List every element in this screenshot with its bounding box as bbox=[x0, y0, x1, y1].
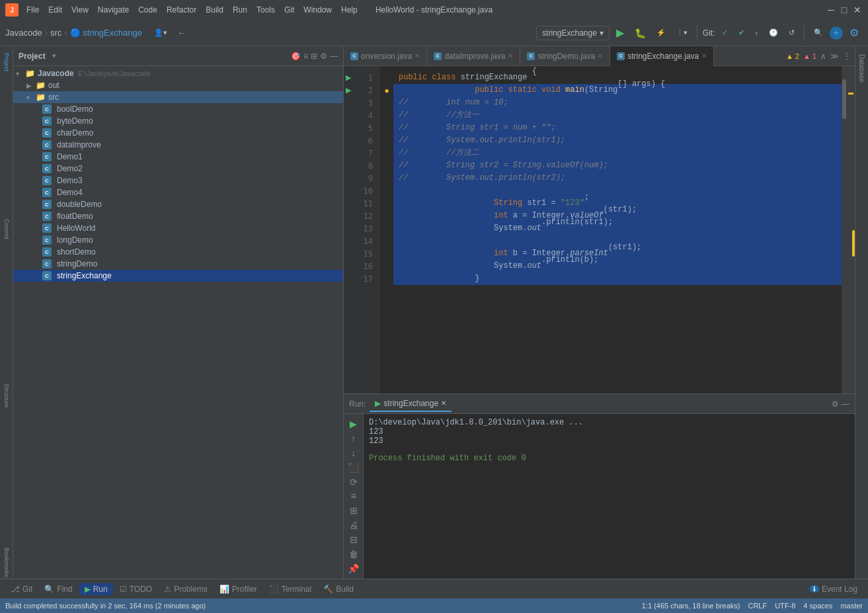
branch-name[interactable]: master bbox=[840, 602, 863, 610]
collapse-all-icon[interactable]: ≡ bbox=[303, 52, 308, 61]
tree-Demo1[interactable]: C Demo1 bbox=[13, 151, 343, 163]
run-header-icons[interactable]: ⚙ — bbox=[832, 399, 849, 409]
run-print-btn[interactable]: 🖨 bbox=[346, 519, 361, 531]
run-minimize-icon[interactable]: — bbox=[842, 399, 849, 409]
code-content[interactable]: public class stringExchange { public sta… bbox=[393, 66, 842, 393]
maximize-button[interactable]: □ bbox=[839, 5, 849, 15]
menu-refactor[interactable]: Refactor bbox=[163, 4, 200, 16]
bottom-profiler-btn[interactable]: 📊 Profiler bbox=[214, 583, 262, 595]
encoding[interactable]: UTF-8 bbox=[775, 602, 795, 610]
sidebar-structure[interactable]: Structure bbox=[0, 383, 13, 409]
settings-icon[interactable]: ⚙ bbox=[320, 52, 327, 61]
tree-longDemo[interactable]: C longDemo bbox=[13, 234, 343, 246]
tree-src[interactable]: ▾ 📁 src bbox=[13, 91, 343, 103]
tab-close-onversion[interactable]: ✕ bbox=[414, 52, 420, 60]
run-rerun-btn[interactable]: ⟳ bbox=[346, 476, 361, 488]
tree-Demo2[interactable]: C Demo2 bbox=[13, 163, 343, 175]
run-delete-btn[interactable]: 🗑 bbox=[346, 548, 361, 560]
debug-button[interactable]: 🐛 bbox=[631, 26, 650, 40]
breadcrumb-src[interactable]: src bbox=[50, 28, 61, 38]
cursor-position[interactable]: 1:1 (465 chars, 18 line breaks) bbox=[642, 602, 740, 610]
bottom-todo-btn[interactable]: ☑ TODO bbox=[114, 583, 157, 595]
tree-Demo4[interactable]: C Demo4 bbox=[13, 186, 343, 198]
menu-build[interactable]: Build bbox=[202, 4, 227, 16]
menu-window[interactable]: Window bbox=[299, 4, 336, 16]
run-tab-stringExchange[interactable]: ▶ stringExchange ✕ bbox=[370, 396, 452, 412]
more-run-btn[interactable]: ⋮▾ bbox=[672, 26, 691, 39]
menu-run[interactable]: Run bbox=[229, 4, 251, 16]
tree-out[interactable]: ▶ 📁 out bbox=[13, 79, 343, 91]
sidebar-commit[interactable]: Commit bbox=[0, 216, 13, 242]
git-push-btn[interactable]: ↑ bbox=[751, 27, 763, 39]
minimize-panel-icon[interactable]: — bbox=[330, 52, 338, 61]
profile-btn[interactable]: 👤▾ bbox=[150, 26, 171, 39]
run-filter-btn[interactable]: ≡ bbox=[346, 491, 361, 503]
tab-dataImprove[interactable]: C dataImprove.java ✕ bbox=[427, 46, 520, 66]
run-pin-btn[interactable]: 📌 bbox=[346, 563, 361, 575]
run-play-btn[interactable]: ▶ bbox=[346, 418, 361, 430]
project-header-icons[interactable]: 🎯 ≡ ⊞ ⚙ — bbox=[291, 52, 338, 61]
vertical-scrollbar[interactable] bbox=[842, 66, 847, 393]
tree-boolDemo[interactable]: C boolDemo bbox=[13, 103, 343, 115]
scrollbar-thumb[interactable] bbox=[842, 79, 846, 119]
git-commit-btn[interactable]: ✔ bbox=[734, 26, 748, 39]
coverage-button[interactable]: ⚡ bbox=[652, 26, 670, 39]
bottom-run-btn[interactable]: ▶ Run bbox=[79, 583, 113, 595]
tree-shortDemo[interactable]: C shortDemo bbox=[13, 246, 343, 258]
git-check-btn[interactable]: ✓ bbox=[718, 26, 732, 39]
sidebar-bookmarks[interactable]: Bookmarks bbox=[0, 550, 13, 576]
menu-tools[interactable]: Tools bbox=[253, 4, 279, 16]
tree-HelloWorld[interactable]: C HelloWorld bbox=[13, 222, 343, 234]
tree-charDemo[interactable]: C charDemo bbox=[13, 127, 343, 139]
run-stop-btn[interactable]: ⬛ bbox=[346, 462, 361, 473]
tab-stringDemo[interactable]: C stringDemo.java ✕ bbox=[520, 46, 610, 66]
tab-close-stringDemo[interactable]: ✕ bbox=[598, 52, 603, 60]
breadcrumb-javacode[interactable]: Javacode bbox=[5, 28, 42, 38]
menu-edit[interactable]: Edit bbox=[44, 4, 66, 16]
search-btn[interactable]: 🔍 bbox=[810, 26, 827, 39]
indent-label[interactable]: 4 spaces bbox=[803, 602, 832, 610]
plus-btn[interactable]: + bbox=[830, 26, 843, 40]
tab-close-dataImprove[interactable]: ✕ bbox=[508, 52, 513, 60]
close-button[interactable]: ✕ bbox=[852, 5, 863, 15]
sidebar-database[interactable]: Database bbox=[858, 49, 865, 88]
event-log-btn[interactable]: ℹ Event Log bbox=[805, 583, 863, 595]
bottom-build-btn[interactable]: 🔨 Build bbox=[318, 583, 359, 595]
menu-help[interactable]: Help bbox=[337, 4, 362, 16]
bottom-problems-btn[interactable]: ⚠ Problems bbox=[159, 583, 213, 595]
run-up-btn[interactable]: ↑ bbox=[346, 432, 361, 444]
git-rollback-btn[interactable]: ↺ bbox=[785, 26, 799, 39]
menu-git[interactable]: Git bbox=[280, 4, 298, 16]
tab-close-stringExchange[interactable]: ✕ bbox=[701, 52, 707, 60]
locate-icon[interactable]: 🎯 bbox=[291, 52, 301, 61]
minimize-button[interactable]: ─ bbox=[826, 5, 836, 15]
tree-root[interactable]: ▾ 📁 Javacode E:\Java\java\Javacode bbox=[13, 67, 343, 79]
window-controls[interactable]: ─ □ ✕ bbox=[826, 5, 863, 15]
menu-navigate[interactable]: Navigate bbox=[94, 4, 133, 16]
sidebar-project[interactable]: Project bbox=[0, 49, 13, 75]
arrow-up-btn[interactable]: ∧ bbox=[820, 52, 826, 61]
tree-doubleDemo[interactable]: C doubleDemo bbox=[13, 198, 343, 210]
back-btn[interactable]: ← bbox=[174, 27, 189, 39]
bottom-find-btn[interactable]: 🔍 Find bbox=[39, 583, 77, 595]
bottom-terminal-btn[interactable]: ⬛ Terminal bbox=[264, 583, 317, 595]
root-toggle[interactable]: ▾ bbox=[16, 70, 24, 77]
tree-dataImprove[interactable]: C dataImprove bbox=[13, 139, 343, 151]
run-down-btn[interactable]: ↓ bbox=[346, 447, 361, 459]
tree-Demo3[interactable]: C Demo3 bbox=[13, 175, 343, 186]
run-config[interactable]: stringExchange ▾ bbox=[536, 26, 610, 40]
breadcrumb-file[interactable]: 🔵 stringExchange bbox=[70, 28, 142, 38]
tab-overflow-btn[interactable]: ≫ bbox=[830, 52, 839, 61]
run-tab-close[interactable]: ✕ bbox=[441, 399, 446, 407]
git-history-btn[interactable]: 🕐 bbox=[765, 26, 782, 39]
run-settings-icon[interactable]: ⚙ bbox=[832, 399, 839, 409]
menu-view[interactable]: View bbox=[67, 4, 93, 16]
run-sort-btn[interactable]: ⊞ bbox=[346, 505, 361, 516]
tab-onversion[interactable]: C onversion.java ✕ bbox=[344, 46, 427, 66]
run-button[interactable]: ▶ bbox=[612, 24, 628, 41]
tree-stringExchange[interactable]: C stringExchange bbox=[13, 270, 343, 282]
expand-icon[interactable]: ⊞ bbox=[311, 52, 317, 61]
tree-floatDemo[interactable]: C floatDemo bbox=[13, 210, 343, 222]
menu-bar[interactable]: File Edit View Navigate Code Refactor Bu… bbox=[22, 4, 362, 16]
tab-stringExchange[interactable]: C stringExchange.java ✕ bbox=[610, 46, 714, 66]
